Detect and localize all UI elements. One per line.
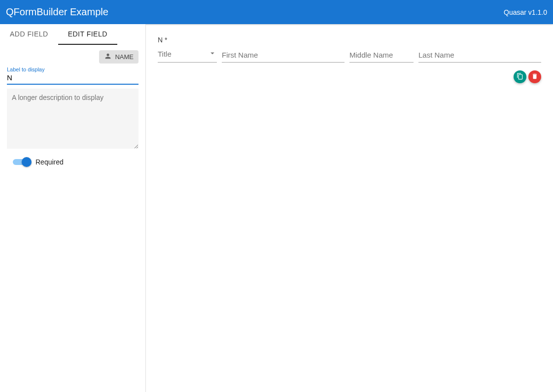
title-select[interactable]: Title [158, 49, 217, 63]
person-icon [104, 52, 112, 62]
tab-add-field[interactable]: ADD FIELD [0, 24, 58, 45]
duplicate-button[interactable] [514, 70, 526, 83]
last-name-input[interactable]: Last Name [418, 51, 541, 63]
delete-button[interactable] [528, 70, 541, 83]
toggle-thumb [22, 157, 32, 167]
required-label: Required [35, 158, 64, 166]
app-version: Quasar v1.1.0 [504, 8, 547, 16]
app-header: QFormBuilder Example Quasar v1.1.0 [0, 0, 553, 24]
tabs: ADD FIELD EDIT FIELD [0, 24, 145, 45]
label-input[interactable] [7, 72, 138, 85]
first-name-placeholder: First Name [222, 51, 258, 59]
required-toggle[interactable] [13, 157, 30, 167]
label-field-caption: Label to display [7, 66, 138, 72]
tab-edit-field[interactable]: EDIT FIELD [58, 24, 117, 45]
copy-icon [517, 73, 523, 81]
last-name-placeholder: Last Name [418, 51, 454, 59]
description-textarea[interactable] [7, 89, 138, 149]
app-title: QFormBuilder Example [6, 6, 108, 18]
chip-label: NAME [115, 53, 134, 61]
sidebar: ADD FIELD EDIT FIELD NAME Label to displ… [0, 24, 146, 392]
middle-name-placeholder: Middle Name [349, 51, 393, 59]
first-name-input[interactable]: First Name [222, 51, 345, 63]
trash-icon [531, 73, 538, 81]
dropdown-arrow-icon [208, 49, 217, 59]
title-placeholder: Title [158, 50, 172, 58]
middle-name-input[interactable]: Middle Name [349, 51, 414, 63]
form-preview: N * Title First Name Middle Name Last Na… [146, 24, 553, 392]
field-type-chip[interactable]: NAME [99, 50, 138, 64]
preview-field-label: N * [158, 36, 541, 44]
